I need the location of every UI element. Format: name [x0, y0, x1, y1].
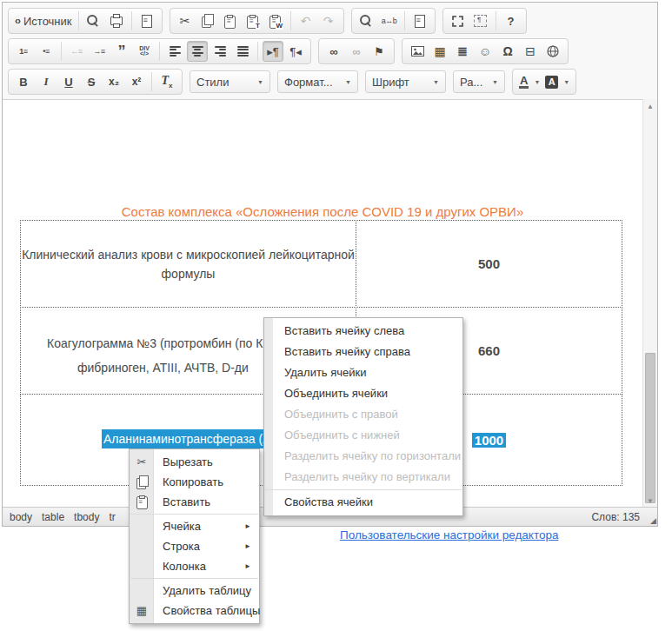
cut-button[interactable]: ✂ [175, 10, 196, 31]
submenu-item-cell-properties[interactable]: Свойства ячейки [264, 492, 462, 513]
horizontal-rule-button[interactable]: ≣ [452, 41, 473, 62]
background-color-button[interactable]: A ▼ [543, 71, 571, 92]
div-container-button[interactable]: DIV </> [134, 41, 155, 62]
element-path-table[interactable]: table [42, 511, 64, 523]
find-button[interactable] [356, 10, 377, 31]
context-menu-item-cell[interactable]: Ячейка ► [130, 516, 259, 536]
outdent-button[interactable]: ←≡ [66, 41, 87, 62]
special-char-button[interactable]: Ω [497, 41, 518, 62]
copy-button[interactable] [197, 10, 218, 31]
menu-item-label: Свойства таблицы [163, 604, 260, 617]
scroll-up-icon: ▲ [647, 103, 654, 110]
context-menu-item-delete-table[interactable]: Удалить таблицу [130, 581, 259, 601]
align-right-button[interactable] [210, 41, 230, 62]
italic-button[interactable]: I [36, 71, 57, 92]
submenu-item-merge-right[interactable]: Объединить с правой [264, 404, 462, 425]
table-button[interactable]: ▦ [429, 41, 450, 62]
anchor-button[interactable]: ⚑ [369, 41, 389, 62]
styles-dropdown[interactable]: Стили ▼ [190, 70, 270, 93]
unlink-button[interactable]: ∞ [346, 41, 367, 62]
toolbar-group-insert: ▦ ≣ ☺ Ω ⊟ [402, 38, 569, 64]
preview-button[interactable] [83, 10, 104, 31]
undo-button[interactable]: ↶ [296, 10, 316, 31]
align-left-button[interactable] [164, 41, 185, 62]
numbered-list-button[interactable]: 1≡ [13, 41, 34, 62]
context-menu-item-copy[interactable]: Копировать [130, 472, 259, 492]
text-color-button[interactable]: A ▼ [517, 71, 542, 92]
link-button[interactable]: ∞ [323, 41, 344, 62]
context-menu-item-cut[interactable]: ✂ Вырезать [130, 452, 259, 472]
help-button[interactable]: ? [501, 10, 522, 31]
font-dropdown[interactable]: Шрифт ▼ [365, 70, 446, 93]
resize-grip[interactable]: ◢ [650, 517, 656, 525]
context-menu-item-column[interactable]: Колонка ► [130, 556, 259, 576]
blockquote-button[interactable]: ” [111, 41, 132, 62]
unlink-icon: ∞ [352, 45, 360, 58]
show-blocks-button[interactable] [470, 10, 491, 31]
bold-button[interactable]: B [13, 71, 34, 92]
print-button[interactable] [106, 10, 127, 31]
link-icon: ∞ [329, 45, 337, 58]
size-dropdown[interactable]: Ра... ▼ [453, 70, 505, 93]
submenu-item-label: Вставить ячейку справа [284, 345, 410, 358]
scrollbar-down-button[interactable]: ▼ [643, 495, 657, 508]
redo-button[interactable]: ↷ [318, 10, 339, 31]
cell-service-name[interactable]: Клинический анализ крови с микроскопией … [20, 220, 356, 308]
submenu-item-merge-cells[interactable]: Объединить ячейки [264, 383, 462, 404]
iframe-button[interactable] [542, 41, 563, 62]
bidi-rtl-button[interactable]: ¶◂ [285, 41, 306, 62]
replace-button[interactable]: a↔b [379, 10, 400, 31]
separator [61, 42, 62, 61]
page-break-button[interactable]: ⊟ [520, 41, 541, 62]
smiley-button[interactable]: ☺ [475, 41, 496, 62]
align-center-button[interactable] [187, 41, 208, 62]
scrollbar-track[interactable]: ▲ ▼ [642, 99, 657, 508]
bulleted-list-button[interactable]: •≡ [36, 41, 57, 62]
submenu-item-split-vertical[interactable]: Разделить ячейку по вертикали [264, 467, 462, 488]
chevron-down-icon: ▼ [433, 79, 439, 85]
submenu-item-merge-down[interactable]: Объединить с нижней [264, 425, 462, 446]
context-menu-item-paste[interactable]: Вставить [130, 492, 259, 512]
remove-format-button[interactable]: Tx [156, 71, 177, 92]
outdent-icon: ←≡ [70, 47, 82, 56]
subscript-button[interactable]: x₂ [103, 71, 124, 92]
element-path-tr[interactable]: tr [109, 511, 115, 523]
context-menu-item-row[interactable]: Строка ► [130, 536, 259, 556]
menu-item-label: Строка [163, 540, 200, 553]
cell-price[interactable]: 500 [356, 220, 622, 308]
source-button[interactable]: ‹› Источник [13, 10, 74, 31]
submenu-item-delete-cells[interactable]: Удалить ячейки [264, 362, 462, 383]
strikethrough-button[interactable]: S [81, 71, 102, 92]
toolbar-group-links: ∞ ∞ ⚑ [318, 38, 395, 64]
paste-from-word-button[interactable]: W [265, 10, 286, 31]
toolbar-group-colors: A ▼ A ▼ [512, 69, 576, 95]
scrollbar-up-button[interactable]: ▲ [643, 100, 657, 113]
submenu-item-insert-cell-left[interactable]: Вставить ячейку слева [264, 321, 462, 342]
element-path-body[interactable]: body [10, 511, 32, 523]
paste-button[interactable] [220, 10, 241, 31]
superscript-button[interactable]: x² [126, 71, 147, 92]
toolbar-group-editing: a↔b [351, 8, 436, 34]
scrollbar-thumb[interactable] [645, 353, 655, 503]
indent-button[interactable]: →≡ [89, 41, 110, 62]
chevron-down-icon: ▼ [534, 79, 540, 85]
element-path-tbody[interactable]: tbody [74, 511, 99, 523]
strikethrough-icon: S [88, 76, 96, 89]
justify-button[interactable] [232, 41, 253, 62]
maximize-button[interactable] [448, 10, 469, 31]
div-bottom-text: </> [140, 51, 149, 56]
paste-plain-text-button[interactable]: T [243, 10, 263, 31]
chevron-down-icon: ▼ [563, 79, 569, 85]
editor-settings-link[interactable]: Пользовательские настройки редактора [340, 528, 558, 541]
div-container-icon: DIV </> [139, 46, 150, 56]
context-menu-item-table-properties[interactable]: ▦ Свойства таблицы [130, 601, 259, 621]
underline-button[interactable]: U [58, 71, 79, 92]
submenu-item-insert-cell-right[interactable]: Вставить ячейку справа [264, 342, 462, 362]
format-dropdown[interactable]: Формат... ▼ [277, 70, 358, 93]
select-all-button[interactable] [409, 10, 430, 31]
templates-button[interactable] [136, 10, 157, 31]
submenu-item-split-horizontal[interactable]: Разделить ячейку по горизонтали [264, 446, 462, 467]
image-button[interactable] [407, 41, 428, 62]
document-title[interactable]: Состав комплекса «Осложнения после COVID… [3, 204, 642, 219]
bidi-ltr-button[interactable]: ▸¶ [263, 41, 283, 62]
